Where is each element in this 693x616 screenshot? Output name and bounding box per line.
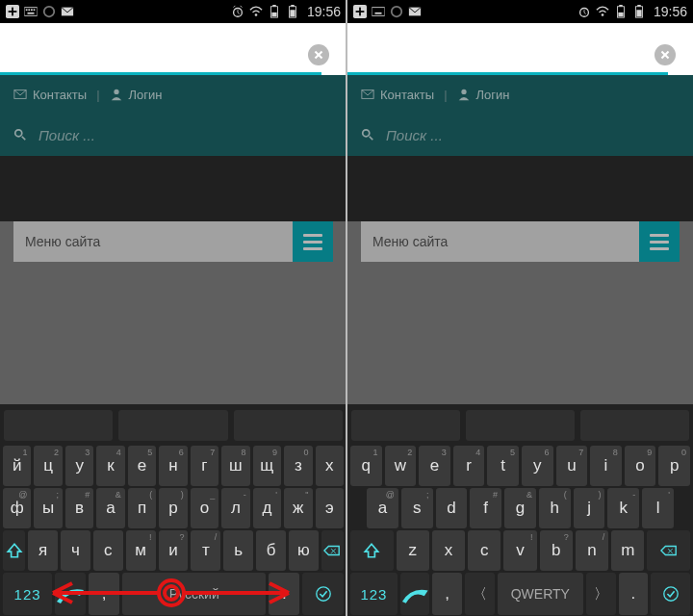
close-button[interactable]	[308, 44, 329, 65]
key-k[interactable]: k-	[607, 488, 639, 528]
key-ц[interactable]: ц2	[34, 446, 62, 486]
contacts-link[interactable]: Контакты	[33, 88, 87, 102]
numeric-key[interactable]: 123	[3, 573, 52, 615]
key-л[interactable]: л-	[221, 488, 249, 528]
space-key[interactable]: QWERTY	[498, 573, 584, 615]
svg-rect-38	[637, 5, 641, 7]
site-menu[interactable]: Меню сайта	[361, 221, 680, 262]
key-м[interactable]: м!	[126, 530, 156, 571]
key-о[interactable]: о_	[191, 488, 218, 528]
key-д[interactable]: д'	[253, 488, 281, 528]
key-u[interactable]: u7	[556, 446, 588, 486]
key-й[interactable]: й1	[3, 446, 31, 486]
shift-key[interactable]	[350, 530, 394, 571]
suggestion-bar[interactable]	[0, 408, 346, 445]
svg-rect-18	[290, 10, 295, 16]
key-а[interactable]: а&	[96, 488, 124, 528]
keyboard-icon	[372, 5, 385, 18]
key-b[interactable]: b?	[540, 530, 573, 571]
dot-key[interactable]: .	[619, 573, 649, 615]
hamburger-icon[interactable]	[639, 221, 680, 262]
search-input[interactable]	[38, 127, 222, 143]
numeric-key[interactable]: 123	[350, 573, 398, 615]
key-р[interactable]: р)	[159, 488, 187, 528]
suggestion-bar[interactable]	[347, 408, 693, 445]
next-lang-key[interactable]: 〉	[586, 573, 616, 615]
key-c[interactable]: c	[468, 530, 500, 571]
enter-key[interactable]	[302, 573, 344, 615]
key-ж[interactable]: ж"	[284, 488, 312, 528]
key-z[interactable]: z	[397, 530, 429, 571]
key-v[interactable]: v!	[503, 530, 536, 571]
swiftkey-key[interactable]	[55, 573, 86, 615]
key-l[interactable]: l'	[642, 488, 674, 528]
key-е[interactable]: е5	[128, 446, 156, 486]
key-к[interactable]: к4	[96, 446, 124, 486]
key-ч[interactable]: ч	[61, 530, 90, 571]
key-э[interactable]: э	[316, 488, 344, 528]
key-я[interactable]: я	[28, 530, 58, 571]
dot-key[interactable]: .	[269, 573, 299, 615]
hamburger-icon[interactable]	[293, 221, 333, 262]
key-ф[interactable]: ф@	[3, 488, 31, 528]
search-input[interactable]	[386, 127, 570, 143]
key-q[interactable]: q1	[350, 446, 382, 486]
key-row-4: 123 , 〈 QWERTY 〉 .	[347, 572, 693, 616]
key-щ[interactable]: щ9	[253, 446, 281, 486]
key-y[interactable]: y6	[522, 446, 553, 486]
key-p[interactable]: p0	[658, 446, 690, 486]
key-г[interactable]: г7	[191, 446, 218, 486]
key-o[interactable]: o9	[625, 446, 656, 486]
key-m[interactable]: m	[611, 530, 644, 571]
key-з[interactable]: з0	[284, 446, 312, 486]
menu-label: Меню сайта	[25, 234, 100, 249]
keyboard: q1w2e3r4t5y6u7i8o9p0 a@s;df#g&h(j)k-l' z…	[347, 404, 693, 616]
key-у[interactable]: у3	[65, 446, 93, 486]
key-f[interactable]: f#	[470, 488, 501, 528]
key-n[interactable]: n/	[576, 530, 608, 571]
site-header: Контакты | Логин	[0, 75, 346, 156]
key-ю[interactable]: ю	[289, 530, 319, 571]
key-и[interactable]: и?	[159, 530, 189, 571]
login-link[interactable]: Логин	[129, 88, 163, 102]
svg-rect-39	[636, 10, 641, 16]
key-н[interactable]: н6	[159, 446, 187, 486]
key-d[interactable]: d	[436, 488, 468, 528]
key-e[interactable]: e3	[419, 446, 450, 486]
battery1-icon	[268, 5, 281, 18]
key-т[interactable]: т/	[191, 530, 220, 571]
key-i[interactable]: i8	[590, 446, 622, 486]
space-key[interactable]: Русский	[122, 573, 266, 615]
key-s[interactable]: s;	[401, 488, 433, 528]
enter-key[interactable]	[651, 573, 690, 615]
backspace-key[interactable]	[647, 530, 690, 571]
key-x[interactable]: x	[432, 530, 465, 571]
key-a[interactable]: a@	[367, 488, 398, 528]
key-п[interactable]: п(	[128, 488, 156, 528]
svg-point-9	[44, 7, 55, 17]
swiftkey-key[interactable]	[400, 573, 430, 615]
key-g[interactable]: g&	[504, 488, 536, 528]
key-ы[interactable]: ы;	[34, 488, 62, 528]
comma-key[interactable]: ,	[89, 573, 119, 615]
key-в[interactable]: в#	[65, 488, 93, 528]
close-button[interactable]	[654, 44, 676, 65]
key-ь[interactable]: ь	[223, 530, 253, 571]
key-h[interactable]: h(	[539, 488, 571, 528]
comma-key[interactable]: ,	[432, 573, 462, 615]
prev-lang-key[interactable]: 〈	[465, 573, 495, 615]
key-r[interactable]: r4	[453, 446, 485, 486]
key-t[interactable]: t5	[487, 446, 519, 486]
backspace-key[interactable]	[321, 530, 344, 571]
key-б[interactable]: б	[256, 530, 286, 571]
key-j[interactable]: j)	[574, 488, 605, 528]
key-ш[interactable]: ш8	[221, 446, 249, 486]
shift-key[interactable]	[3, 530, 25, 571]
svg-rect-3	[24, 8, 38, 16]
contacts-link[interactable]: Контакты	[380, 88, 434, 102]
key-w[interactable]: w2	[385, 446, 417, 486]
login-link[interactable]: Логин	[476, 88, 510, 102]
site-menu[interactable]: Меню сайта	[13, 221, 333, 262]
key-с[interactable]: с	[93, 530, 123, 571]
key-х[interactable]: х	[316, 446, 344, 486]
